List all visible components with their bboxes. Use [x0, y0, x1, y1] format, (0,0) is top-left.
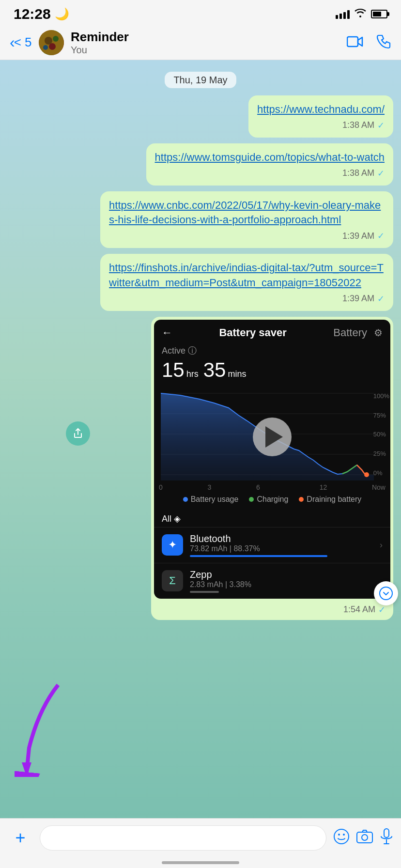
screenshot-back-icon: ← [162, 326, 172, 339]
message-link[interactable]: https://finshots.in/archive/indias-digit… [109, 262, 384, 289]
screenshot-mins-label: mins [228, 369, 246, 379]
svg-point-4 [43, 45, 48, 50]
app-usage: 2.83 mAh | 3.38% [190, 580, 383, 589]
message-bubble: https://www.tomsguide.com/topics/what-to… [146, 143, 393, 186]
contact-name: Reminder [71, 30, 347, 45]
app-row-bluetooth[interactable]: ✦ Bluetooth 73.82 mAh | 88.37% › [154, 527, 390, 563]
message-time: 1:39 AM [342, 294, 374, 304]
battery-chart: 100% 75% 50% 25% 0% [154, 388, 390, 485]
app-usage: 73.82 mAh | 88.37% [190, 544, 373, 553]
battery-icon [371, 10, 387, 18]
moon-icon: 🌙 [55, 7, 69, 21]
message-tick: ✓ [377, 120, 385, 131]
message-bubble: https://www.cnbc.com/2022/05/17/why-kevi… [100, 191, 393, 248]
home-indicator [162, 861, 239, 864]
nav-bar: ‹ < 5 Reminder You [0, 25, 401, 60]
app-name: Zepp [190, 569, 383, 580]
message-bubble: https://finshots.in/archive/indias-digit… [100, 254, 393, 311]
date-badge: Thu, 19 May [8, 75, 393, 86]
app-info-zepp: Zepp 2.83 mAh | 3.38% [190, 569, 383, 593]
svg-rect-5 [347, 37, 358, 46]
svg-point-11 [364, 472, 369, 477]
app-name: Bluetooth [190, 533, 373, 544]
message-link[interactable]: https://www.technadu.com/ [257, 103, 385, 115]
message-tick: ✓ [377, 168, 385, 179]
message-row: https://www.technadu.com/ 1:38 AM ✓ [8, 95, 393, 138]
chevron-right-icon: › [380, 540, 383, 550]
screenshot-battery-link: Battery [333, 326, 367, 339]
back-button[interactable]: ‹ < 5 [10, 33, 39, 51]
message-row: https://finshots.in/archive/indias-digit… [8, 254, 393, 311]
back-count[interactable]: < 5 [14, 35, 32, 50]
screenshot-title: Battery saver [179, 326, 326, 339]
message-input[interactable] [40, 825, 326, 851]
image-message-tick: ✓ [378, 604, 386, 615]
all-filter[interactable]: All ◈ [154, 511, 390, 527]
screenshot-mins: 35 [203, 358, 226, 382]
status-bar: 12:28 🌙 [0, 0, 401, 25]
screenshot-hrs-label: hrs [186, 369, 199, 379]
status-time: 12:28 [14, 6, 51, 22]
legend-draining: Draining battery [299, 495, 361, 504]
signal-icon [336, 9, 350, 19]
svg-point-12 [380, 587, 392, 600]
svg-point-19 [362, 835, 368, 840]
message-row: https://www.tomsguide.com/topics/what-to… [8, 143, 393, 186]
image-message-row: ← Battery saver Battery ⚙ Active ⓘ 15 hr… [8, 317, 393, 620]
app-usage-bar [190, 591, 219, 593]
scroll-down-button[interactable] [374, 581, 398, 605]
contact-sub: You [71, 45, 347, 56]
screenshot-active: Active ⓘ [154, 343, 390, 357]
message-time: 1:38 AM [342, 120, 374, 130]
message-tick: ✓ [377, 231, 385, 241]
arrow-annotation [15, 680, 77, 777]
video-call-icon[interactable] [347, 35, 364, 50]
microphone-icon[interactable] [380, 828, 393, 848]
contact-info: Reminder You [71, 30, 347, 56]
screenshot-header: ← Battery saver Battery ⚙ [154, 320, 390, 343]
legend-battery-usage: Battery usage [183, 495, 239, 504]
message-tick: ✓ [377, 294, 385, 304]
input-actions [333, 828, 393, 848]
charging-label: Charging [257, 495, 288, 504]
wifi-icon [355, 9, 366, 20]
message-bubble: https://www.technadu.com/ 1:38 AM ✓ [248, 95, 393, 138]
screenshot-hours: 15 [162, 358, 185, 382]
svg-point-16 [338, 834, 340, 836]
image-bubble: ← Battery saver Battery ⚙ Active ⓘ 15 hr… [151, 317, 393, 620]
battery-screenshot: ← Battery saver Battery ⚙ Active ⓘ 15 hr… [154, 320, 390, 599]
screenshot-time: 15 hrs 35 mins [154, 357, 390, 387]
play-button[interactable] [253, 418, 292, 456]
share-button[interactable] [66, 421, 90, 446]
svg-rect-18 [357, 832, 372, 843]
svg-point-17 [343, 834, 345, 836]
svg-point-15 [334, 829, 349, 844]
legend-charging: Charging [249, 495, 288, 504]
chart-legend: Battery usage Charging Draining battery [154, 491, 390, 511]
bluetooth-icon: ✦ [162, 534, 183, 556]
screenshot-gear-icon: ⚙ [374, 327, 383, 339]
message-link[interactable]: https://www.tomsguide.com/topics/what-to… [155, 151, 385, 163]
message-link[interactable]: https://www.cnbc.com/2022/05/17/why-kevi… [109, 199, 381, 226]
input-bar: + [0, 818, 401, 868]
avatar [39, 30, 64, 55]
svg-marker-14 [22, 762, 31, 777]
camera-icon[interactable] [356, 829, 373, 847]
svg-point-3 [49, 43, 56, 50]
status-icons [336, 9, 387, 20]
phone-call-icon[interactable] [376, 34, 391, 51]
message-time: 1:38 AM [342, 168, 374, 178]
message-time: 1:39 AM [342, 231, 374, 241]
svg-rect-20 [384, 829, 389, 837]
sticker-icon[interactable] [333, 828, 350, 848]
add-attachment-button[interactable]: + [8, 825, 33, 851]
chat-area: Thu, 19 May https://www.technadu.com/ 1:… [0, 60, 401, 825]
nav-actions [347, 34, 391, 51]
app-usage-bar [190, 555, 327, 557]
app-info-bluetooth: Bluetooth 73.82 mAh | 88.37% [190, 533, 373, 557]
message-row: https://www.cnbc.com/2022/05/17/why-kevi… [8, 191, 393, 248]
image-message-time: 1:54 AM [343, 604, 375, 615]
app-row-zepp[interactable]: Σ Zepp 2.83 mAh | 3.38% [154, 563, 390, 599]
svg-point-2 [53, 36, 59, 42]
zepp-icon: Σ [162, 570, 183, 591]
